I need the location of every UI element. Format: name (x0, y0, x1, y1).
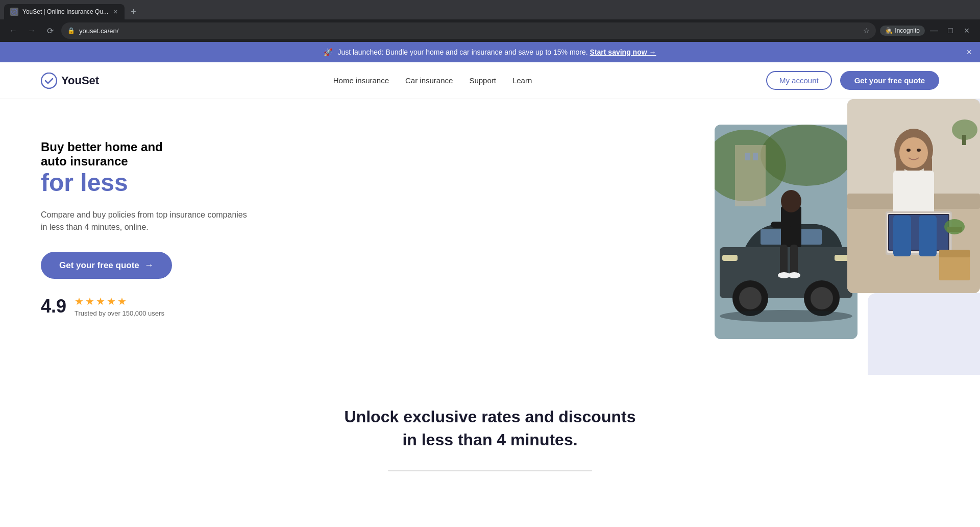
svg-rect-36 (893, 171, 934, 217)
maximize-button[interactable]: □ (943, 23, 958, 38)
tab-favicon (10, 8, 18, 16)
new-tab-button[interactable]: + (127, 5, 140, 19)
browser-right-controls: 🕵 Incognito — □ × (880, 23, 974, 38)
svg-rect-15 (722, 255, 738, 261)
svg-point-46 (944, 219, 965, 234)
hero-cta-arrow: → (144, 260, 154, 271)
active-tab[interactable]: YouSet | Online Insurance Qu... × (4, 4, 125, 19)
secure-icon: 🔒 (67, 27, 75, 34)
browser-chrome: YouSet | Online Insurance Qu... × + ← → … (0, 0, 980, 42)
nav-cta-button[interactable]: Get your free quote (840, 71, 939, 90)
banner-text: 🚀 Just launched: Bundle your home and ca… (10, 48, 970, 56)
bookmark-icon[interactable]: ☆ (863, 27, 870, 35)
page-wrapper: 🚀 Just launched: Bundle your home and ca… (0, 42, 980, 502)
star-5: ★ (117, 295, 127, 307)
svg-point-4 (761, 125, 852, 186)
logo-icon (41, 73, 57, 89)
svg-rect-21 (780, 245, 788, 275)
hero-bg-bottom (868, 293, 980, 375)
logo[interactable]: YouSet (41, 73, 99, 89)
address-end-controls: ☆ (863, 27, 870, 35)
hero-content: Buy better home and auto insurance for l… (41, 130, 306, 317)
svg-rect-41 (893, 215, 911, 256)
tab-close-button[interactable]: × (112, 7, 118, 17)
my-account-button[interactable]: My account (766, 71, 832, 90)
hero-cta-button[interactable]: Get your free quote → (41, 252, 172, 279)
star-4: ★ (107, 295, 116, 307)
woman-image-svg (847, 99, 980, 293)
svg-point-35 (917, 149, 921, 152)
nav-links: Home insurance Car insurance Support Lea… (333, 76, 532, 85)
nav-link-support[interactable]: Support (469, 76, 496, 85)
hero-woman-image (847, 99, 980, 293)
car-image-svg (715, 125, 857, 339)
rating-number: 4.9 (41, 296, 66, 317)
svg-rect-20 (771, 222, 791, 228)
section-title: Unlock exclusive rates and discounts in … (337, 405, 643, 451)
svg-rect-44 (939, 250, 970, 257)
banner-message: Just launched: Bundle your home and car … (337, 48, 587, 56)
announcement-banner: 🚀 Just launched: Bundle your home and ca… (0, 42, 980, 62)
incognito-button[interactable]: 🕵 Incognito (880, 26, 925, 36)
svg-point-17 (720, 310, 852, 322)
logo-text: YouSet (61, 74, 99, 87)
minimize-button[interactable]: — (927, 23, 941, 38)
banner-close-button[interactable]: × (966, 47, 972, 58)
svg-point-14 (811, 287, 833, 309)
nav-actions: My account Get your free quote (766, 71, 939, 90)
tab-bar: YouSet | Online Insurance Qu... × + (0, 0, 980, 19)
svg-point-33 (899, 137, 928, 168)
svg-rect-22 (790, 245, 798, 275)
svg-rect-6 (745, 153, 750, 160)
svg-rect-29 (962, 135, 966, 145)
address-bar[interactable]: 🔒 youset.ca/en/ ☆ (61, 22, 876, 39)
hero-title-line2: auto insurance (41, 154, 128, 168)
section-divider (388, 470, 592, 471)
bottom-section: Unlock exclusive rates and discounts in … (0, 375, 980, 502)
hero-cta-label: Get your free quote (59, 260, 139, 271)
svg-point-12 (739, 287, 762, 309)
svg-rect-42 (919, 215, 937, 256)
hero-title-accent: for less (41, 169, 306, 197)
close-button[interactable]: × (960, 23, 974, 38)
incognito-label: Incognito (895, 27, 920, 34)
nav-link-car-insurance[interactable]: Car insurance (405, 76, 453, 85)
svg-point-34 (906, 149, 911, 152)
refresh-button[interactable]: ⟳ (43, 23, 57, 38)
forward-button[interactable]: → (24, 23, 39, 38)
star-1: ★ (75, 295, 84, 307)
svg-point-19 (781, 190, 801, 212)
rating-section: 4.9 ★ ★ ★ ★ ★ Trusted by over 150,000 us… (41, 295, 306, 317)
address-text: youset.ca/en/ (79, 27, 859, 35)
main-nav: YouSet Home insurance Car insurance Supp… (0, 62, 980, 99)
hero-car-image (715, 125, 857, 339)
incognito-icon: 🕵 (885, 27, 893, 34)
nav-link-home-insurance[interactable]: Home insurance (333, 76, 389, 85)
banner-link[interactable]: Start saving now → (590, 48, 656, 56)
svg-rect-7 (753, 153, 758, 160)
rocket-emoji: 🚀 (324, 48, 332, 56)
rating-info: ★ ★ ★ ★ ★ Trusted by over 150,000 users (75, 295, 164, 317)
hero-subtitle: Compare and buy policies from top insura… (41, 209, 255, 233)
rating-trust-text: Trusted by over 150,000 users (75, 309, 164, 317)
tab-title: YouSet | Online Insurance Qu... (22, 8, 108, 15)
hero-section: Buy better home and auto insurance for l… (0, 99, 980, 375)
hero-images (715, 99, 980, 375)
star-3: ★ (96, 295, 105, 307)
stars: ★ ★ ★ ★ ★ (75, 295, 164, 307)
star-2: ★ (85, 295, 94, 307)
back-button[interactable]: ← (6, 23, 20, 38)
browser-toolbar: ← → ⟳ 🔒 youset.ca/en/ ☆ 🕵 Incognito — □ … (0, 19, 980, 42)
hero-title-line1: Buy better home and (41, 140, 163, 154)
hero-title: Buy better home and auto insurance for l… (41, 140, 306, 197)
svg-point-24 (788, 272, 800, 278)
nav-link-learn[interactable]: Learn (512, 76, 532, 85)
svg-point-1 (41, 73, 57, 88)
